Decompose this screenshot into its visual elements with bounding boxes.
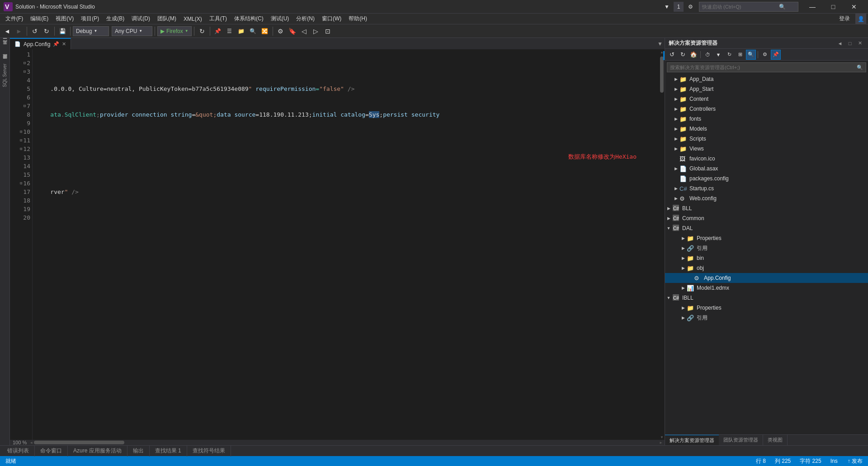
menu-window[interactable]: 窗口(W) — [318, 14, 345, 24]
menu-edit[interactable]: 编辑(E) — [27, 14, 52, 24]
menu-test[interactable]: 测试(U) — [267, 14, 293, 24]
se-tool-btn8[interactable]: 🔍 — [746, 50, 756, 60]
sidebar-vert-tab-1[interactable]: 服务器资源管理器 — [1, 40, 9, 45]
code-content[interactable]: .0.0.0, Culture=neutral, PublicKeyToken=… — [33, 49, 659, 440]
toolbar-more9[interactable]: ▷ — [311, 26, 321, 37]
sidebar-vert-tab-2[interactable]: 工具箱 — [1, 45, 9, 51]
se-tool-btn4[interactable]: ⏱ — [703, 50, 712, 60]
se-search-box[interactable]: 🔍 — [667, 62, 866, 72]
undo-btn[interactable]: ↺ — [29, 26, 40, 37]
se-search-input[interactable] — [670, 65, 857, 70]
status-ins[interactable]: Ins — [826, 456, 842, 466]
profile-icon[interactable]: 1 — [674, 2, 684, 12]
maximize-button[interactable]: □ — [823, 0, 844, 14]
collapse-icon-7[interactable]: ⊟ — [24, 102, 26, 110]
toolbar-more7[interactable]: 🔖 — [287, 26, 298, 37]
save-btn[interactable]: 💾 — [57, 26, 68, 37]
toolbar-more4[interactable]: 🔍 — [248, 26, 259, 37]
se-pin-btn[interactable]: ◄ — [835, 39, 844, 48]
se-tool-btn3[interactable]: 🏠 — [689, 50, 698, 60]
tree-item-app-start[interactable]: ▶ 📁 App_Start — [665, 84, 868, 94]
status-ready[interactable]: 就绪 — [0, 456, 22, 466]
editor-vscroll[interactable]: ▲ ▼ — [659, 49, 665, 440]
tree-item-app-config[interactable]: ⚙ App.Config — [665, 273, 868, 283]
status-char[interactable]: 字符 225 — [795, 456, 826, 466]
login-button[interactable]: 登录 — [834, 14, 855, 24]
toolbar-more2[interactable]: ☰ — [224, 26, 235, 37]
tab-pin-icon[interactable]: 📌 — [53, 41, 59, 47]
tree-item-dal[interactable]: ▼ C# DAL — [665, 223, 868, 233]
title-search-box[interactable]: 🔍 — [699, 2, 798, 12]
collapse-icon-11[interactable]: ⊟ — [20, 136, 22, 145]
tree-item-models[interactable]: ▶ 📁 Models — [665, 124, 868, 134]
tree-item-ibll-properties[interactable]: ▶ 📁 Properties — [665, 303, 868, 313]
tree-item-dal-edmx[interactable]: ▶ 📊 Model1.edmx — [665, 283, 868, 293]
minimize-button[interactable]: — — [802, 0, 823, 14]
vscroll-down-btn[interactable]: ▼ — [659, 434, 665, 440]
toolbar-more8[interactable]: ◁ — [299, 26, 310, 37]
filter-icon[interactable]: ▼ — [662, 2, 672, 12]
user-icon[interactable]: 👤 — [855, 14, 866, 24]
bottom-tab-cmd[interactable]: 命令窗口 — [35, 445, 68, 457]
se-tool-btn10[interactable]: 📌 — [771, 50, 781, 60]
status-row[interactable]: 行 8 — [751, 456, 770, 466]
back-button[interactable]: ◄ — [2, 26, 13, 37]
collapse-icon-2[interactable]: ⊟ — [24, 59, 26, 67]
redo-btn[interactable]: ↻ — [41, 26, 52, 37]
menu-file[interactable]: 文件(F) — [2, 14, 27, 24]
tab-close-icon[interactable]: ✕ — [62, 41, 66, 47]
platform-dropdown[interactable]: Any CPU ▼ — [112, 26, 152, 36]
tree-item-global-asax[interactable]: ▶ 📄 Global.asax — [665, 164, 868, 174]
tree-item-dal-properties[interactable]: ▶ 📁 Properties — [665, 233, 868, 243]
title-search-input[interactable] — [702, 4, 779, 9]
menu-analyze[interactable]: 分析(N) — [292, 14, 318, 24]
collapse-icon-12[interactable]: ⊟ — [20, 145, 22, 153]
collapse-icon-3[interactable]: ⊟ — [24, 67, 26, 76]
tree-item-views[interactable]: ▶ 📁 Views — [665, 144, 868, 154]
toolbar-more1[interactable]: 📌 — [212, 26, 223, 37]
menu-debug[interactable]: 调试(D) — [128, 14, 154, 24]
se-tool-btn6[interactable]: ↻ — [724, 50, 734, 60]
hscroll-right-btn[interactable]: ► — [658, 441, 664, 444]
bottom-tab-findsym[interactable]: 查找符号结果 — [187, 445, 231, 457]
tree-item-favicon[interactable]: 🖼 favicon.ico — [665, 154, 868, 164]
toolbar-more3[interactable]: 📁 — [236, 26, 247, 37]
menu-view[interactable]: 视图(V) — [52, 14, 77, 24]
h-scroll[interactable]: 100 % ◄ ► — [10, 440, 665, 445]
toolbar-more10[interactable]: ⊡ — [322, 26, 333, 37]
tree-item-bll[interactable]: ▶ C# BLL — [665, 203, 868, 213]
menu-help[interactable]: 帮助(H) — [345, 14, 371, 24]
tree-item-common[interactable]: ▶ C# Common — [665, 213, 868, 223]
toolbar-more6[interactable]: ⚙ — [275, 26, 286, 37]
tree-container[interactable]: ▶ 📁 App_Data ▶ 📁 App_Start ▶ 📁 Content ▶… — [665, 74, 868, 434]
vscroll-thumb[interactable] — [660, 56, 664, 93]
se-tab-class[interactable]: 类视图 — [763, 435, 788, 445]
start-debug-btn[interactable]: ▶ Firefox ▼ — [157, 26, 192, 36]
refresh-btn[interactable]: ↻ — [197, 26, 208, 37]
se-close-btn[interactable]: ✕ — [855, 39, 864, 48]
menu-build[interactable]: 生成(B) — [103, 14, 128, 24]
bottom-tab-output[interactable]: 输出 — [127, 445, 150, 457]
hscroll-track[interactable] — [34, 441, 658, 444]
tree-item-dal-obj[interactable]: ▶ 📁 obj — [665, 263, 868, 273]
bottom-tab-azure[interactable]: Azure 应用服务活动 — [68, 445, 127, 457]
forward-button[interactable]: ► — [14, 26, 24, 37]
se-tab-solution[interactable]: 解决方案资源管理器 — [665, 435, 719, 445]
sidebar-vert-tab-3[interactable]: SQL Server 对象资源管理器 — [1, 60, 9, 90]
config-dropdown[interactable]: Debug ▼ — [73, 26, 109, 36]
se-tool-btn2[interactable]: ↻ — [678, 50, 688, 60]
menu-team[interactable]: 团队(M) — [154, 14, 180, 24]
editor-tab-appconfig[interactable]: 📄 App.Config 📌 ✕ — [10, 38, 71, 49]
menu-tools[interactable]: 工具(T) — [206, 14, 231, 24]
tree-item-packages-config[interactable]: 📄 packages.config — [665, 174, 868, 184]
close-button[interactable]: ✕ — [844, 0, 864, 14]
status-publish[interactable]: ↑ 发布 — [842, 456, 868, 466]
tree-item-controllers[interactable]: ▶ 📁 Controllers — [665, 104, 868, 114]
collapse-icon-16[interactable]: ⊟ — [20, 179, 22, 188]
menu-project[interactable]: 项目(P) — [77, 14, 103, 24]
se-tool-btn1[interactable]: ↺ — [667, 50, 677, 60]
settings-icon[interactable]: ⚙ — [685, 2, 695, 12]
tree-item-dal-bin[interactable]: ▶ 📁 bin — [665, 253, 868, 263]
se-tool-btn7[interactable]: ⊞ — [735, 50, 745, 60]
hscroll-left-btn[interactable]: ◄ — [28, 441, 34, 444]
